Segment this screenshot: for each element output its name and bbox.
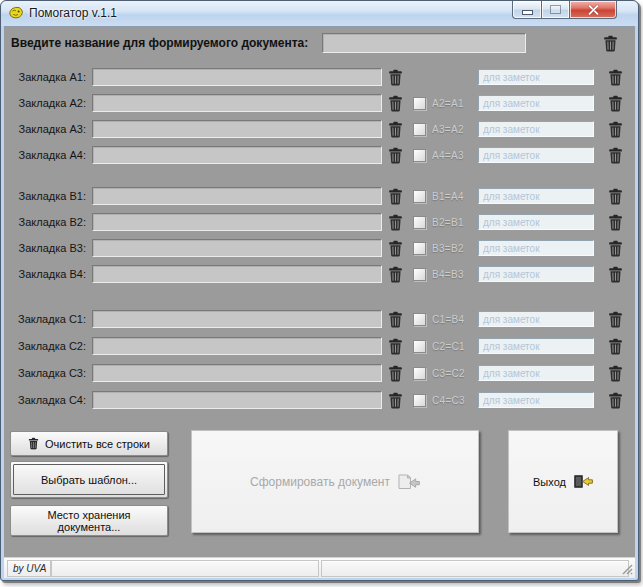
sync-checkbox-b1-label[interactable]: B1=A4 — [432, 191, 464, 202]
bookmark-a4-input[interactable] — [92, 146, 382, 164]
notes-b4-input[interactable] — [478, 266, 594, 282]
notes-b3-input[interactable] — [478, 240, 594, 256]
clear-notes-b2-button[interactable] — [607, 213, 624, 232]
clear-notes-c1-button[interactable] — [607, 310, 624, 329]
resize-grip[interactable] — [621, 563, 633, 575]
trash-icon — [388, 188, 403, 205]
exit-button[interactable]: Выход — [508, 430, 618, 533]
notes-c3-input[interactable] — [478, 365, 594, 381]
trash-icon — [608, 95, 623, 112]
notes-b1-input[interactable] — [478, 188, 594, 204]
choose-template-label: Выбрать шаблон... — [41, 474, 137, 486]
document-name-label: Введите название для формируемого докуме… — [11, 36, 308, 50]
trash-icon — [608, 392, 623, 409]
bookmark-b3-input[interactable] — [92, 239, 382, 257]
clear-bookmark-c4-button[interactable] — [387, 391, 404, 410]
trash-icon — [608, 311, 623, 328]
clear-bookmark-c1-button[interactable] — [387, 310, 404, 329]
statusbar: by UVA — [4, 557, 635, 578]
bookmark-b4-input[interactable] — [92, 265, 382, 283]
close-button[interactable] — [570, 1, 617, 19]
clear-notes-b1-button[interactable] — [607, 187, 624, 206]
sync-checkbox-b2-label[interactable]: B2=B1 — [432, 217, 464, 228]
bookmark-c4-input[interactable] — [92, 391, 382, 409]
bookmark-b1-input[interactable] — [92, 187, 382, 205]
clear-document-name-button[interactable] — [602, 34, 619, 53]
clear-bookmark-a3-button[interactable] — [387, 120, 404, 139]
minimize-button[interactable] — [512, 1, 541, 19]
notes-c4-input[interactable] — [478, 392, 594, 408]
main-panel: Введите название для формируемого докуме… — [4, 26, 635, 558]
clear-notes-c4-button[interactable] — [607, 391, 624, 410]
bookmark-a2-input[interactable] — [92, 94, 382, 112]
clear-notes-b3-button[interactable] — [607, 239, 624, 258]
sync-checkbox-a4[interactable] — [413, 149, 426, 162]
clear-notes-a1-button[interactable] — [607, 68, 624, 87]
bookmark-a4-label: Закладка A4: — [8, 149, 86, 161]
bookmark-c1-input[interactable] — [92, 310, 382, 328]
clear-bookmark-a4-button[interactable] — [387, 146, 404, 165]
clear-bookmark-c2-button[interactable] — [387, 337, 404, 356]
sync-checkbox-a3-label[interactable]: A3=A2 — [432, 124, 464, 135]
sync-checkbox-a4-label[interactable]: A4=A3 — [432, 150, 464, 161]
choose-template-button[interactable]: Выбрать шаблон... — [10, 461, 168, 498]
clear-bookmark-b4-button[interactable] — [387, 265, 404, 284]
window-controls — [512, 1, 617, 18]
app-window: Помогатор v.1.1 Введите название для фор… — [0, 0, 639, 581]
sync-checkbox-c4[interactable] — [413, 394, 426, 407]
bookmark-row-b1: Закладка B1: B1=A4 — [8, 186, 633, 208]
clear-notes-a4-button[interactable] — [607, 146, 624, 165]
sync-checkbox-b1[interactable] — [413, 190, 426, 203]
notes-a2-input[interactable] — [478, 95, 594, 111]
sync-checkbox-b4-label[interactable]: B4=B3 — [432, 269, 464, 280]
sync-checkbox-b3-label[interactable]: B3=B2 — [432, 243, 464, 254]
sync-checkbox-a2[interactable] — [413, 97, 426, 110]
generate-document-label: Сформировать документ — [250, 475, 390, 489]
clear-notes-c2-button[interactable] — [607, 337, 624, 356]
clear-bookmark-b1-button[interactable] — [387, 187, 404, 206]
sync-checkbox-b4[interactable] — [413, 268, 426, 281]
bookmark-a1-input[interactable] — [92, 68, 382, 86]
bookmark-a3-input[interactable] — [92, 120, 382, 138]
bookmark-a1-label: Закладка A1: — [8, 71, 86, 83]
sync-checkbox-c1[interactable] — [413, 313, 426, 326]
sync-checkbox-c1-label[interactable]: C1=B4 — [432, 314, 464, 325]
clear-bookmark-b2-button[interactable] — [387, 213, 404, 232]
sync-checkbox-c2[interactable] — [413, 340, 426, 353]
sync-checkbox-a2-label[interactable]: A2=A1 — [432, 98, 464, 109]
maximize-button[interactable] — [541, 1, 570, 19]
clear-all-rows-label: Очистить все строки — [45, 438, 150, 450]
bookmark-c3-input[interactable] — [92, 364, 382, 382]
sync-checkbox-a3[interactable] — [413, 123, 426, 136]
notes-a1-input[interactable] — [478, 69, 594, 85]
notes-b2-input[interactable] — [478, 214, 594, 230]
sync-checkbox-c2-label[interactable]: C2=C1 — [432, 341, 465, 352]
clear-bookmark-b3-button[interactable] — [387, 239, 404, 258]
trash-icon — [388, 147, 403, 164]
clear-bookmark-a2-button[interactable] — [387, 94, 404, 113]
statusbar-panel-middle — [51, 560, 319, 577]
generate-document-button[interactable]: Сформировать документ — [191, 430, 479, 533]
trash-icon — [608, 214, 623, 231]
clear-notes-a3-button[interactable] — [607, 120, 624, 139]
notes-a3-input[interactable] — [478, 121, 594, 137]
bookmark-b2-input[interactable] — [92, 213, 382, 231]
clear-bookmark-c3-button[interactable] — [387, 364, 404, 383]
storage-location-button[interactable]: Место хранения документа... — [10, 505, 168, 536]
clear-notes-a2-button[interactable] — [607, 94, 624, 113]
clear-bookmark-a1-button[interactable] — [387, 68, 404, 87]
sync-checkbox-b2[interactable] — [413, 216, 426, 229]
bookmark-b2-label: Закладка B2: — [8, 216, 86, 228]
sync-checkbox-c4-label[interactable]: C4=C3 — [432, 395, 465, 406]
notes-a4-input[interactable] — [478, 147, 594, 163]
sync-checkbox-b3[interactable] — [413, 242, 426, 255]
sync-checkbox-c3[interactable] — [413, 367, 426, 380]
sync-checkbox-c3-label[interactable]: C3=C2 — [432, 368, 465, 379]
notes-c1-input[interactable] — [478, 311, 594, 327]
clear-all-rows-button[interactable]: Очистить все строки — [10, 431, 168, 456]
notes-c2-input[interactable] — [478, 338, 594, 354]
clear-notes-c3-button[interactable] — [607, 364, 624, 383]
document-name-input[interactable] — [322, 33, 526, 53]
clear-notes-b4-button[interactable] — [607, 265, 624, 284]
bookmark-c2-input[interactable] — [92, 337, 382, 355]
